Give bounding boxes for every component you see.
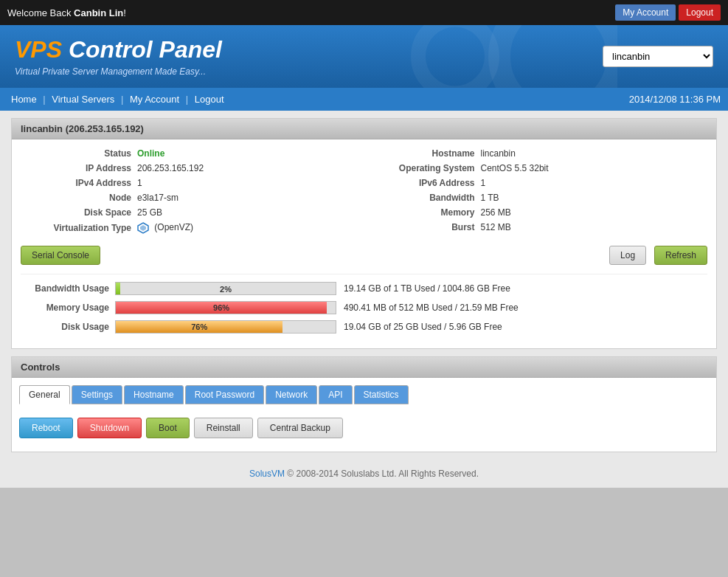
footer-text: © 2008-2014 Soluslabs Ltd. All Rights Re… (285, 469, 479, 479)
controls-tabs: General Settings Hostname Root Password … (19, 385, 709, 404)
controls-header: Controls (12, 357, 716, 378)
header-subtitle: Virtual Private Server Management Made E… (15, 66, 222, 77)
os-value: CentOS 5.5 32bit (481, 163, 549, 173)
content-area: lincanbin (206.253.165.192) Status Onlin… (0, 111, 728, 460)
disk-fill: 76% (116, 321, 282, 333)
info-row-os: Operating System CentOS 5.5 32bit (372, 163, 701, 173)
vps-info-box: lincanbin (206.253.165.192) Status Onlin… (11, 118, 717, 349)
logout-button[interactable]: Logout (679, 4, 721, 21)
header-panel: VPS Control Panel Virtual Private Server… (0, 25, 728, 88)
nav-logout[interactable]: Logout (191, 94, 228, 105)
info-row-ipv6: IPv6 Address 1 (372, 178, 701, 188)
info-row-burst: Burst 512 MB (372, 222, 701, 232)
central-backup-button[interactable]: Central Backup (257, 418, 343, 438)
main-wrapper: VPS Control Panel Virtual Private Server… (0, 25, 728, 488)
memory-value: 256 MB (481, 207, 511, 218)
memory-usage-row: Memory Usage 96% 490.41 MB of 512 MB Use… (21, 301, 707, 314)
nav-home[interactable]: Home (7, 94, 41, 105)
burst-value: 512 MB (481, 222, 511, 232)
memory-progress-bar: 96% (115, 301, 336, 314)
site-title: VPS Control Panel (15, 36, 222, 63)
disk-usage-label: Disk Usage (21, 322, 109, 332)
usage-section: Bandwidth Usage 2% 19.14 GB of 1 TB Used… (21, 274, 707, 334)
footer: SolusVM © 2008-2014 Soluslabs Ltd. All R… (0, 460, 728, 488)
nav-virtual-servers[interactable]: Virtual Servers (48, 94, 118, 105)
info-row-virt: Virtualization Type (OpenVZ) (28, 222, 357, 234)
log-button[interactable]: Log (609, 246, 646, 265)
bandwidth-usage-info: 19.14 GB of 1 TB Used / 1004.86 GB Free (344, 283, 510, 294)
topbar: Welcome Back Canbin Lin! My Account Logo… (0, 0, 728, 25)
bandwidth-usage-row: Bandwidth Usage 2% 19.14 GB of 1 TB Used… (21, 282, 707, 295)
bandwidth-fill (116, 283, 120, 294)
reboot-button[interactable]: Reboot (19, 418, 73, 438)
tab-hostname[interactable]: Hostname (124, 385, 184, 404)
vps-box-body: Status Online IP Address 206.253.165.192… (12, 139, 716, 348)
serial-console-button[interactable]: Serial Console (21, 246, 100, 265)
disk-progress-bar: 76% (115, 320, 336, 334)
disk-usage-row: Disk Usage 76% 19.04 GB of 25 GB Used / … (21, 320, 707, 334)
openvz-icon (137, 222, 149, 234)
memory-percent: 96% (213, 303, 229, 312)
nav-links: Home | Virtual Servers | My Account | Lo… (7, 88, 228, 111)
info-grid: Status Online IP Address 206.253.165.192… (21, 148, 707, 238)
action-bar: Serial Console Log Refresh (21, 246, 707, 265)
controls-box: Controls General Settings Hostname Root … (11, 356, 717, 452)
vps-box-title: lincanbin (206.253.165.192) (12, 119, 716, 139)
tab-general[interactable]: General (19, 385, 70, 404)
info-row-ipv4: IPv4 Address 1 (28, 178, 357, 188)
info-row-hostname: Hostname lincanbin (372, 148, 701, 159)
ip-value: 206.253.165.192 (137, 163, 204, 173)
bandwidth-progress-bar: 2% (115, 282, 336, 295)
info-col-right: Hostname lincanbin Operating System Cent… (364, 148, 708, 238)
server-select-dropdown[interactable]: lincanbin (603, 46, 713, 67)
title-vps: VPS (15, 36, 62, 63)
disk-value: 25 GB (137, 207, 162, 218)
tab-root-password[interactable]: Root Password (185, 385, 264, 404)
disk-percent: 76% (191, 322, 207, 331)
memory-fill: 96% (116, 302, 327, 314)
tab-api[interactable]: API (319, 385, 352, 404)
bandwidth-usage-label: Bandwidth Usage (21, 283, 109, 294)
username: Canbin Lin (74, 7, 123, 18)
boot-button[interactable]: Boot (146, 418, 190, 438)
shutdown-button[interactable]: Shutdown (77, 418, 142, 438)
controls-body: General Settings Hostname Root Password … (12, 378, 716, 452)
tab-network[interactable]: Network (266, 385, 317, 404)
memory-usage-label: Memory Usage (21, 303, 109, 313)
disk-usage-info: 19.04 GB of 25 GB Used / 5.96 GB Free (344, 322, 502, 332)
log-refresh-buttons: Log Refresh (609, 246, 707, 265)
refresh-button[interactable]: Refresh (654, 246, 707, 265)
reinstall-button[interactable]: Reinstall (194, 418, 253, 438)
title-cp: Control Panel (62, 36, 222, 63)
bandwidth-value: 1 TB (481, 193, 499, 203)
welcome-message: Welcome Back Canbin Lin! (7, 7, 126, 18)
svg-marker-1 (140, 225, 146, 231)
hostname-value: lincanbin (481, 148, 516, 159)
info-row-node: Node e3la17-sm (28, 193, 357, 203)
info-row-bandwidth: Bandwidth 1 TB (372, 193, 701, 203)
tab-settings[interactable]: Settings (72, 385, 122, 404)
info-row-disk: Disk Space 25 GB (28, 207, 357, 218)
footer-brand-link[interactable]: SolusVM (249, 469, 285, 479)
info-row-memory: Memory 256 MB (372, 207, 701, 218)
node-value: e3la17-sm (137, 193, 178, 203)
nav-datetime: 2014/12/08 11:36 PM (629, 88, 721, 111)
info-col-left: Status Online IP Address 206.253.165.192… (21, 148, 364, 238)
info-row-ip: IP Address 206.253.165.192 (28, 163, 357, 173)
memory-usage-info: 490.41 MB of 512 MB Used / 21.59 MB Free (344, 303, 519, 313)
nav-my-account[interactable]: My Account (126, 94, 183, 105)
ipv6-value: 1 (481, 178, 486, 188)
status-value: Online (137, 148, 164, 159)
welcome-text: Welcome Back (7, 7, 74, 18)
ipv4-value: 1 (137, 178, 142, 188)
virt-value: (OpenVZ) (137, 222, 193, 234)
header-title: VPS Control Panel Virtual Private Server… (15, 36, 222, 77)
info-row-status: Status Online (28, 148, 357, 159)
navbar: Home | Virtual Servers | My Account | Lo… (0, 88, 728, 111)
top-buttons: My Account Logout (615, 4, 721, 21)
control-buttons: Reboot Shutdown Boot Reinstall Central B… (19, 412, 709, 444)
my-account-button[interactable]: My Account (615, 4, 676, 21)
server-selector[interactable]: lincanbin (603, 46, 713, 67)
tab-statistics[interactable]: Statistics (354, 385, 409, 404)
bandwidth-percent: 2% (220, 283, 232, 296)
